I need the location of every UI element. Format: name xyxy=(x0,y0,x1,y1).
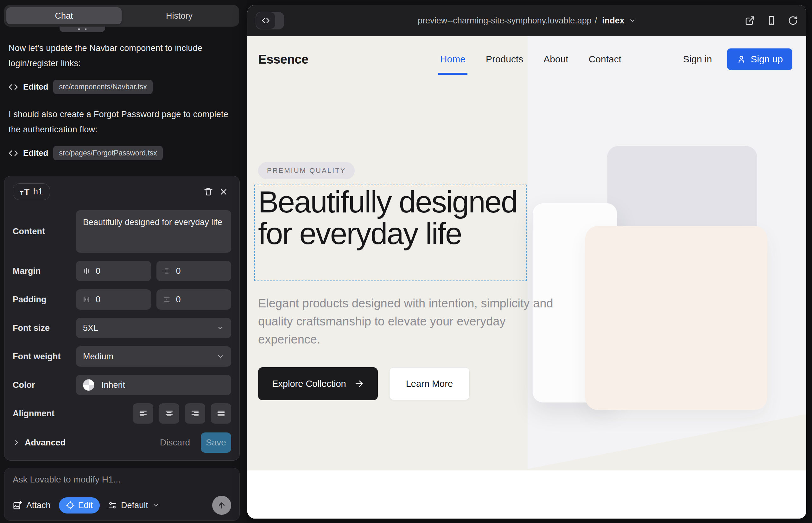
font-size-label: Font size xyxy=(13,323,76,333)
color-swatch xyxy=(83,379,94,391)
site-navbar: Essence Home Products About Contact Sign… xyxy=(247,36,806,82)
model-default-button[interactable]: Default xyxy=(108,501,159,510)
margin-x-value: 0 xyxy=(96,266,100,276)
content-label: Content xyxy=(13,227,76,236)
hero-headline[interactable]: Beautifully designed for everyday life xyxy=(258,186,524,250)
save-button[interactable]: Save xyxy=(201,432,231,453)
advanced-label: Advanced xyxy=(25,438,66,448)
topbar-actions xyxy=(745,16,798,26)
composer-toolbar: Attach Edit Default xyxy=(13,496,231,515)
tab-chat[interactable]: Chat xyxy=(6,7,122,24)
chat-panel: Chat History Now let's update the Navbar… xyxy=(0,0,247,523)
margin-y-value: 0 xyxy=(176,266,181,276)
file-path-chip[interactable]: src/components/Navbar.tsx xyxy=(53,80,152,94)
decor-card-cream xyxy=(585,226,767,410)
edited-file-row: Edited src/pages/ForgotPassword.tsx xyxy=(8,146,235,160)
align-justify-button[interactable] xyxy=(211,403,231,423)
site-canvas: Essence Home Products About Contact Sign… xyxy=(247,36,806,519)
discard-button[interactable]: Discard xyxy=(160,437,190,448)
sign-up-button[interactable]: Sign up xyxy=(727,49,792,70)
chevron-down-icon xyxy=(152,502,159,509)
advanced-toggle[interactable]: Advanced xyxy=(13,438,66,448)
editor-header: TT h1 xyxy=(13,183,231,200)
selected-element-pill[interactable]: TT h1 xyxy=(13,183,50,200)
align-justify-icon xyxy=(216,409,226,418)
site-nav-links: Home Products About Contact xyxy=(440,54,621,65)
open-in-new-tab-button[interactable] xyxy=(745,16,755,26)
preview-topbar: preview--charming-site-symphony.lovable.… xyxy=(247,5,806,36)
align-right-button[interactable] xyxy=(185,403,205,423)
preview-browser: preview--charming-site-symphony.lovable.… xyxy=(247,5,806,519)
sign-up-label: Sign up xyxy=(751,54,783,65)
hero-cta-group: Explore Collection Learn More xyxy=(258,367,470,400)
chat-history-tabs: Chat History xyxy=(4,5,239,26)
content-input[interactable]: Beautifully designed for everyday life xyxy=(76,210,231,253)
chat-messages: Now let's update the Navbar component to… xyxy=(8,40,235,173)
file-action-label: Edited xyxy=(23,148,48,158)
edit-mode-button[interactable]: Edit xyxy=(59,497,100,513)
nav-link-products[interactable]: Products xyxy=(486,54,523,65)
padding-x-value: 0 xyxy=(96,295,100,305)
alignment-label: Alignment xyxy=(13,409,76,418)
padding-vertical-icon xyxy=(163,295,171,304)
nav-link-contact[interactable]: Contact xyxy=(589,54,621,65)
prompt-composer: Attach Edit Default xyxy=(4,468,240,521)
arrow-up-icon xyxy=(217,501,226,510)
delete-element-button[interactable] xyxy=(201,184,216,199)
explore-collection-button[interactable]: Explore Collection xyxy=(258,367,378,400)
padding-row: Padding 0 0 xyxy=(13,289,231,310)
chevron-down-icon xyxy=(217,324,224,332)
learn-more-button[interactable]: Learn More xyxy=(389,367,470,400)
file-action-label: Edited xyxy=(23,82,48,92)
code-icon xyxy=(8,148,18,158)
nav-link-home[interactable]: Home xyxy=(440,54,465,65)
margin-x-input[interactable]: 0 xyxy=(76,261,151,281)
crosshair-icon xyxy=(66,501,75,510)
user-icon xyxy=(737,54,746,64)
padding-horizontal-icon xyxy=(82,295,91,304)
send-button[interactable] xyxy=(212,496,231,515)
nav-link-about[interactable]: About xyxy=(544,54,568,65)
text-type-icon: TT xyxy=(20,187,30,196)
refresh-button[interactable] xyxy=(788,16,798,26)
url-page: index xyxy=(602,16,624,26)
sign-in-link[interactable]: Sign in xyxy=(683,54,712,65)
font-weight-value: Medium xyxy=(83,352,217,362)
edited-file-row: Edited src/components/Navbar.tsx xyxy=(8,80,235,94)
site-nav-auth: Sign in Sign up xyxy=(683,49,792,70)
font-weight-select[interactable]: Medium xyxy=(76,346,231,366)
font-weight-label: Font weight xyxy=(13,352,76,362)
assistant-message: I should also create a Forgot Password p… xyxy=(8,107,235,137)
padding-y-input[interactable]: 0 xyxy=(156,289,231,310)
align-center-icon xyxy=(164,409,174,418)
url-bar[interactable]: preview--charming-site-symphony.lovable.… xyxy=(418,5,636,36)
padding-y-value: 0 xyxy=(176,295,181,305)
url-host: preview--charming-site-symphony.lovable.… xyxy=(418,16,592,26)
tab-history[interactable]: History xyxy=(122,7,237,24)
code-icon xyxy=(8,82,18,92)
font-weight-row: Font weight Medium xyxy=(13,346,231,366)
scrolled-chip-partial xyxy=(59,26,105,32)
color-row: Color Inherit xyxy=(13,375,231,395)
arrow-right-icon xyxy=(354,379,364,389)
file-path-chip[interactable]: src/pages/ForgotPassword.tsx xyxy=(53,146,162,160)
color-select[interactable]: Inherit xyxy=(76,375,231,395)
attach-button[interactable]: Attach xyxy=(13,501,51,510)
margin-y-input[interactable]: 0 xyxy=(156,261,231,281)
site-logo[interactable]: Essence xyxy=(258,52,308,67)
edit-label: Edit xyxy=(78,501,93,510)
padding-label: Padding xyxy=(13,295,76,305)
padding-x-input[interactable]: 0 xyxy=(76,289,151,310)
prompt-input[interactable] xyxy=(13,474,231,488)
mobile-view-button[interactable] xyxy=(766,16,777,26)
align-right-icon xyxy=(190,409,200,418)
refresh-icon xyxy=(788,16,798,26)
margin-label: Margin xyxy=(13,266,76,276)
editor-footer: Advanced Discard Save xyxy=(13,432,231,453)
align-left-icon xyxy=(138,409,148,418)
close-editor-button[interactable] xyxy=(216,184,231,199)
font-size-select[interactable]: 5XL xyxy=(76,318,231,338)
code-view-toggle[interactable] xyxy=(255,12,284,30)
align-left-button[interactable] xyxy=(133,403,153,423)
align-center-button[interactable] xyxy=(159,403,179,423)
